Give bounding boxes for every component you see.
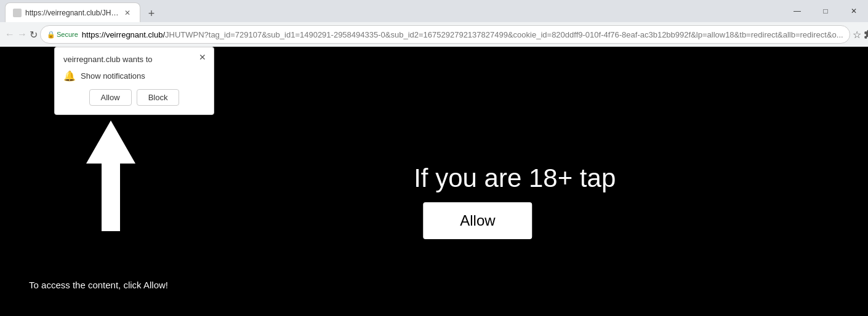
popup-close-button[interactable]: ✕ (196, 51, 209, 63)
window-controls: — □ ✕ (783, 0, 868, 22)
address-bar[interactable]: 🔒 Secure https://veirregnant.club/JHUTWP… (40, 25, 850, 44)
popup-notification-text: Show notifications (81, 71, 145, 81)
tabs-area: https://veirregnant.club/JHUTWP ✕ + (0, 0, 783, 22)
new-tab-button[interactable]: + (143, 5, 160, 22)
main-heading: If you are 18+ tap (414, 164, 616, 193)
browser-content: ✕ veirregnant.club wants to 🔔 Show notif… (0, 47, 868, 316)
close-button[interactable]: ✕ (840, 0, 868, 22)
url-domain: https://veirregnant.club/ (82, 30, 165, 39)
popup-buttons: Allow Block (63, 89, 205, 106)
back-button[interactable]: ← (5, 26, 15, 43)
bookmark-button[interactable]: ☆ (853, 27, 861, 42)
allow-button[interactable]: Allow (423, 202, 532, 239)
svg-marker-0 (86, 120, 135, 231)
tab-favicon (13, 9, 22, 17)
popup-site-name: veirregnant.club wants to (63, 55, 205, 64)
browser-chrome: https://veirregnant.club/JHUTWP ✕ + — □ … (0, 0, 868, 47)
tab-close-button[interactable]: ✕ (123, 8, 132, 18)
title-bar: https://veirregnant.club/JHUTWP ✕ + — □ … (0, 0, 868, 22)
url-path: JHUTWPN?tag_id=729107&sub_id1=1490291-29… (165, 30, 843, 39)
popup-notification-row: 🔔 Show notifications (63, 70, 205, 82)
up-arrow-icon (86, 120, 135, 231)
notification-popup: ✕ veirregnant.club wants to 🔔 Show notif… (54, 47, 214, 115)
toolbar: ← → ↻ 🔒 Secure https://veirregnant.club/… (0, 22, 868, 47)
forward-button[interactable]: → (17, 26, 27, 43)
maximize-button[interactable]: □ (811, 0, 840, 22)
bell-icon: 🔔 (63, 70, 76, 82)
reload-button[interactable]: ↻ (30, 26, 38, 43)
popup-allow-button[interactable]: Allow (89, 89, 132, 106)
extensions-button[interactable] (864, 27, 868, 42)
address-url: https://veirregnant.club/JHUTWPN?tag_id=… (82, 30, 843, 39)
active-tab[interactable]: https://veirregnant.club/JHUTWP ✕ (5, 2, 140, 22)
secure-icon: 🔒 Secure (47, 31, 78, 39)
popup-block-button[interactable]: Block (137, 89, 180, 106)
minimize-button[interactable]: — (783, 0, 811, 22)
access-text: To access the content, click Allow! (25, 278, 172, 291)
tab-title: https://veirregnant.club/JHUTWP (25, 9, 120, 17)
